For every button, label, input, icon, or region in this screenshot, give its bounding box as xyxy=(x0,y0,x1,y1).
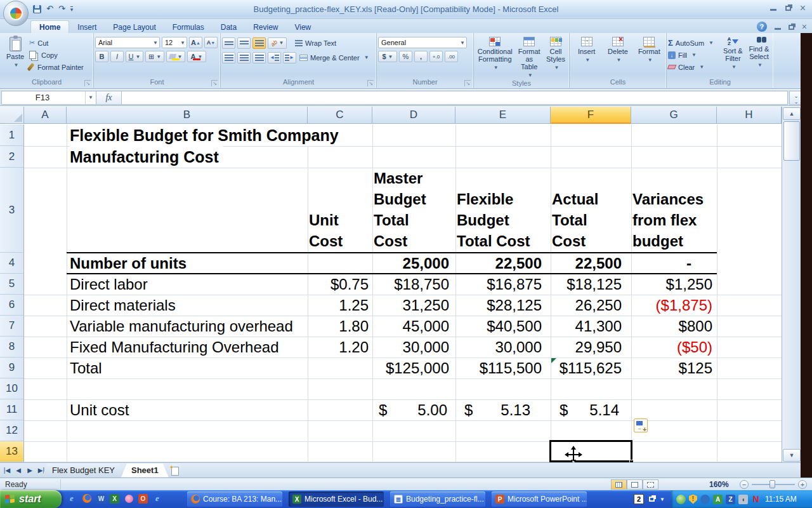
row-header-3[interactable]: 3 xyxy=(0,168,24,253)
quicklaunch-firefox-icon[interactable] xyxy=(81,492,93,505)
row-header-2[interactable]: 2 xyxy=(0,146,24,168)
font-size-combo[interactable]: 12▼ xyxy=(162,37,187,48)
tab-formulas[interactable]: Formulas xyxy=(164,21,213,33)
delete-cells-button[interactable]: Delete▼ xyxy=(604,34,632,78)
select-all-corner[interactable] xyxy=(0,107,24,124)
alignment-dialog-launcher[interactable]: ↘ xyxy=(367,80,374,86)
cell-b7[interactable]: Variable manufacturing overhead xyxy=(70,316,306,337)
scroll-down-button[interactable]: ▼ xyxy=(783,449,801,462)
quicklaunch-word-icon[interactable]: W xyxy=(96,494,106,504)
row-header-8[interactable]: 8 xyxy=(0,337,24,358)
row-header-6[interactable]: 6 xyxy=(0,295,24,316)
cell-d5[interactable]: $18,750 xyxy=(372,274,449,295)
autosum-button[interactable]: ΣAutoSum▼ xyxy=(668,37,720,49)
cell-c3-header[interactable]: Unit Cost xyxy=(309,210,372,253)
tab-review[interactable]: Review xyxy=(245,21,286,33)
align-middle-button[interactable] xyxy=(237,37,251,49)
cell-e5[interactable]: $16,875 xyxy=(455,274,542,295)
comma-style-button[interactable]: , xyxy=(414,51,428,62)
orientation-button[interactable]: ab▼ xyxy=(268,37,287,49)
tab-insert[interactable]: Insert xyxy=(69,21,105,33)
quicklaunch-ie2-icon[interactable]: e xyxy=(152,492,163,505)
cell-d8[interactable]: 30,000 xyxy=(372,337,449,358)
cell-b1-title[interactable]: Flexible Budget for Smith Company xyxy=(70,124,343,146)
decrease-indent-button[interactable]: ◄ xyxy=(268,52,281,64)
align-right-button[interactable] xyxy=(252,52,266,64)
cell-f9[interactable]: $115,625 xyxy=(551,358,622,378)
vertical-scrollbar[interactable]: ▲ ▼ xyxy=(782,107,801,462)
shrink-font-button[interactable]: A▼ xyxy=(204,37,218,48)
clear-button[interactable]: Clear▼ xyxy=(668,61,720,73)
cell-c5[interactable]: $0.75 xyxy=(308,274,369,295)
zoom-level[interactable]: 160% xyxy=(709,480,729,489)
row-header-13-selected[interactable]: 13 xyxy=(0,441,24,462)
scroll-up-button[interactable]: ▲ xyxy=(783,107,801,120)
align-left-button[interactable] xyxy=(222,52,235,64)
column-header-h[interactable]: H xyxy=(717,107,782,124)
cell-e7[interactable]: $40,500 xyxy=(455,316,542,337)
sheet-tab-flex-budget-key[interactable]: Flex Budget KEY xyxy=(42,464,125,478)
keyboard-layout-indicator[interactable]: 2 xyxy=(634,494,644,504)
cell-g4[interactable]: - xyxy=(631,253,691,274)
column-header-e[interactable]: E xyxy=(455,107,551,124)
help-icon[interactable]: ? xyxy=(757,22,767,32)
tab-view[interactable]: View xyxy=(286,21,319,33)
tray-blue-icon[interactable] xyxy=(700,495,710,504)
next-sheet-button[interactable]: ▶ xyxy=(25,467,34,474)
wrap-text-button[interactable]: Wrap Text xyxy=(295,37,336,49)
cell-b9[interactable]: Total xyxy=(70,358,306,378)
formula-input[interactable] xyxy=(122,91,788,105)
cell-g7[interactable]: $800 xyxy=(631,316,712,337)
cell-c7[interactable]: 1.80 xyxy=(308,316,369,337)
format-as-table-button[interactable]: Format as Table▼ xyxy=(514,34,544,79)
taskbar-button-firefox[interactable]: Course: BA 213: Man... xyxy=(187,491,282,507)
insert-cells-button[interactable]: Insert▼ xyxy=(573,34,601,78)
workbook-restore-button[interactable] xyxy=(789,21,794,32)
cell-f6[interactable]: 26,250 xyxy=(551,295,622,316)
fill-color-button[interactable]: ▼ xyxy=(166,51,185,62)
conditional-formatting-button[interactable]: Conditional Formatting▼ xyxy=(475,34,514,79)
sort-filter-button[interactable]: AZ Sort & Filter▼ xyxy=(720,34,746,78)
format-cells-button[interactable]: Format▼ xyxy=(635,34,663,78)
font-name-combo[interactable]: Arial▼ xyxy=(95,37,160,48)
font-dialog-launcher[interactable]: ↘ xyxy=(211,80,218,86)
cell-e3-header[interactable]: Flexible Budget Total Cost xyxy=(457,189,551,253)
cell-e6[interactable]: $28,125 xyxy=(455,295,542,316)
start-button[interactable]: start xyxy=(0,490,62,508)
quicklaunch-ie-icon[interactable]: e xyxy=(66,492,77,505)
fill-button[interactable]: ↓Fill▼ xyxy=(668,49,720,61)
align-center-button[interactable] xyxy=(237,52,251,64)
format-painter-button[interactable]: Format Painter xyxy=(29,61,84,73)
column-header-f-selected[interactable]: F xyxy=(551,107,631,124)
row-header-12[interactable]: 12 xyxy=(0,420,24,441)
row-header-1[interactable]: 1 xyxy=(0,124,24,146)
number-format-combo[interactable]: General▼ xyxy=(378,37,467,48)
restore-button[interactable] xyxy=(785,3,791,13)
cell-b4[interactable]: Number of units xyxy=(70,253,306,274)
cell-g5[interactable]: $1,250 xyxy=(631,274,712,295)
close-button[interactable]: × xyxy=(800,3,806,13)
taskbar-button-excel-active[interactable]: X Microsoft Excel - Bud... xyxy=(289,491,384,507)
cell-f4[interactable]: 22,500 xyxy=(551,253,622,274)
minimize-button[interactable] xyxy=(770,3,776,13)
cell-d4[interactable]: 25,000 xyxy=(372,253,449,274)
find-select-button[interactable]: Find & Select▼ xyxy=(746,34,772,78)
align-top-button[interactable] xyxy=(222,37,235,49)
column-header-a[interactable]: A xyxy=(24,107,67,124)
quicklaunch-excel-icon[interactable]: X xyxy=(110,494,119,504)
restore-windows-icon[interactable] xyxy=(649,496,655,503)
tray-security-shield-icon[interactable]: ! xyxy=(689,495,697,504)
row-header-7[interactable]: 7 xyxy=(0,316,24,337)
column-header-g[interactable]: G xyxy=(631,107,717,124)
cell-b2-title[interactable]: Manufacturing Cost xyxy=(70,146,223,168)
column-header-c[interactable]: C xyxy=(308,107,372,124)
cell-e4[interactable]: 22,500 xyxy=(455,253,542,274)
borders-button[interactable]: ⊞▼ xyxy=(145,51,164,62)
cell-d9[interactable]: $125,000 xyxy=(372,358,449,378)
tray-messenger-icon[interactable] xyxy=(676,495,686,504)
sheet-tab-sheet1[interactable]: Sheet1 xyxy=(121,464,169,478)
zoom-slider-thumb[interactable] xyxy=(769,480,775,488)
page-layout-view-button[interactable] xyxy=(627,479,643,490)
decrease-decimal-button[interactable]: .00 xyxy=(445,51,458,62)
cell-f5[interactable]: $18,125 xyxy=(551,274,622,295)
